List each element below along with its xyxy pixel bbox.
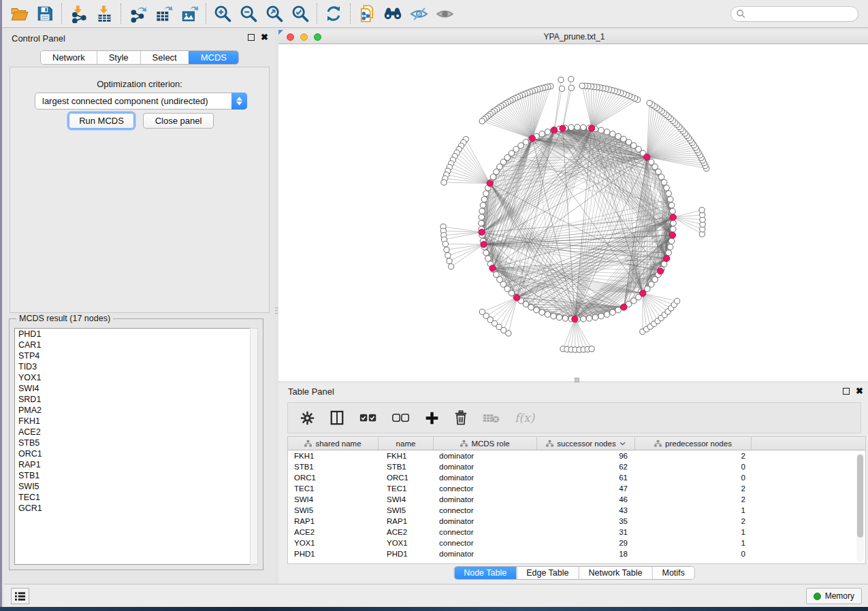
mcds-node[interactable] [669,232,675,238]
add-column-icon[interactable] [425,411,439,425]
network-node[interactable] [667,197,673,203]
table-row[interactable]: TEC1TEC1connector472 [288,483,865,494]
network-node[interactable] [610,310,616,316]
network-node[interactable] [523,301,529,308]
network-node[interactable] [490,174,496,180]
mcds-node[interactable] [514,295,520,301]
network-node[interactable] [661,261,667,267]
table-row[interactable]: PHD1PHD1dominator180 [288,548,865,559]
table-scrollbar-thumb[interactable] [857,455,863,538]
mcds-result-item[interactable]: PMA2 [15,405,251,416]
network-node[interactable] [670,208,676,214]
mcds-result-item[interactable]: FKH1 [15,416,251,427]
open-session-button[interactable] [6,2,32,25]
network-node[interactable] [480,202,486,208]
mcds-node[interactable] [670,214,676,220]
deselect-all-icon[interactable] [392,413,410,423]
network-node[interactable] [658,174,664,180]
mcds-result-list[interactable]: PHD1CAR1STP4TID3YOX1SWI4SRD1PMA2FKH1ACE2… [14,328,251,565]
network-node[interactable] [589,346,594,352]
column-header-MCDS-role[interactable]: MCDS role [434,437,537,450]
column-header-name[interactable]: name [379,437,434,450]
export-image-button[interactable] [176,2,202,25]
network-node[interactable] [445,252,451,258]
network-node[interactable] [699,208,705,213]
mcds-node[interactable] [644,154,650,160]
network-node[interactable] [479,118,485,124]
save-session-button[interactable] [32,2,58,25]
network-node[interactable] [670,227,676,233]
network-node[interactable] [664,185,670,191]
network-node[interactable] [479,214,485,220]
network-node[interactable] [669,238,675,244]
mcds-result-item[interactable]: STP4 [15,350,251,361]
mcds-node[interactable] [664,255,670,261]
network-node[interactable] [604,312,610,318]
table-row[interactable]: FKH1FKH1dominator962 [288,450,865,461]
zoom-in-button[interactable] [210,2,236,25]
network-node[interactable] [621,136,627,142]
mcds-node[interactable] [621,304,627,310]
refresh-button[interactable] [321,2,347,25]
mcds-result-item[interactable]: ORC1 [15,448,251,459]
mcds-result-item[interactable]: PHD1 [15,329,251,340]
optimization-criterion-select[interactable]: largest connected component (undirected) [35,93,247,110]
close-panel-button[interactable]: Close panel [143,113,214,129]
tab-network-table[interactable]: Network Table [579,567,652,579]
network-node[interactable] [443,242,448,247]
network-node[interactable] [615,307,622,313]
network-node[interactable] [441,180,447,185]
network-node[interactable] [481,197,487,203]
zoom-out-button[interactable] [236,2,261,25]
close-panel-icon[interactable]: ✖ [856,388,863,395]
network-node[interactable] [483,191,489,197]
import-table-button[interactable] [91,2,117,25]
float-panel-icon[interactable] [843,388,850,395]
column-header-shared-name[interactable]: shared name [288,437,379,450]
hide-selected-button[interactable] [406,2,432,25]
network-node[interactable] [444,247,449,252]
mcds-node[interactable] [489,265,496,271]
network-node[interactable] [598,313,605,319]
network-node[interactable] [559,86,564,91]
network-node[interactable] [586,316,592,322]
mcds-node[interactable] [529,135,535,142]
mcds-node[interactable] [551,127,558,133]
network-node[interactable] [551,313,557,319]
table-row[interactable]: STB1STB1dominator620 [288,461,865,472]
network-node[interactable] [647,100,652,105]
mcds-result-item[interactable]: SWI4 [15,383,251,394]
network-node[interactable] [449,264,454,269]
network-node[interactable] [506,331,511,336]
column-header-predecessor-nodes[interactable]: predecessor nodes [635,437,752,450]
network-node[interactable] [483,250,489,256]
network-node[interactable] [545,312,551,318]
tab-motifs[interactable]: Motifs [652,567,694,579]
mcds-result-item[interactable]: ACE2 [15,427,251,437]
float-panel-icon[interactable] [248,34,255,41]
splitter-grip-icon[interactable] [575,378,579,382]
find-button[interactable] [380,2,406,25]
table-row[interactable]: SWI4SWI4dominator462 [288,494,865,505]
table-row[interactable]: ORC1ORC1dominator610 [288,472,865,483]
tab-edge-table[interactable]: Edge Table [516,567,578,579]
export-table-button[interactable] [150,2,176,25]
mcds-result-item[interactable]: STB1 [15,470,251,481]
mcds-node[interactable] [640,291,646,297]
mcds-node[interactable] [560,125,566,131]
clone-network-button[interactable] [354,2,380,25]
mcds-result-item[interactable]: STB5 [15,437,251,448]
run-mcds-button[interactable]: Run MCDS [69,113,134,129]
task-history-button[interactable] [11,588,29,604]
mcds-result-item[interactable]: TID3 [15,361,251,372]
network-node[interactable] [562,316,568,322]
gear-icon[interactable] [300,411,315,425]
column-view-icon[interactable] [329,410,344,425]
network-node[interactable] [598,127,605,133]
mcds-result-item[interactable]: RAP1 [15,459,251,470]
table-row[interactable]: SWI5SWI5connector431 [288,505,865,516]
tab-select[interactable]: Select [140,51,189,64]
network-node[interactable] [666,191,672,197]
network-node[interactable] [610,131,616,137]
network-node[interactable] [534,307,540,313]
